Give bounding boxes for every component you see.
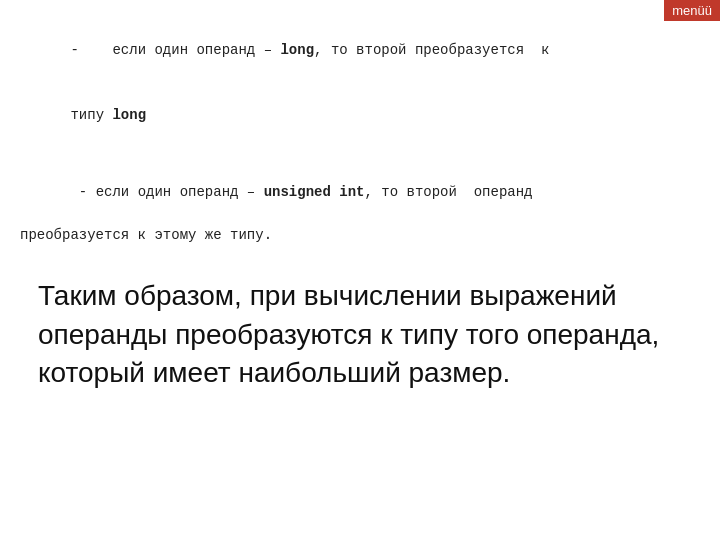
menu-button[interactable]: menüü bbox=[664, 0, 720, 21]
line1-suffix: , то второй преобразуется к bbox=[314, 42, 549, 58]
line3-kw: unsigned int bbox=[264, 184, 365, 200]
line1: - если один операнд – long, то второй пр… bbox=[20, 18, 692, 83]
content-area: - если один операнд – long, то второй пр… bbox=[0, 0, 720, 411]
main-text-content: Таким образом, при вычислении выражений … bbox=[38, 280, 659, 388]
code-block2: - если один операнд – unsigned int, то в… bbox=[20, 160, 692, 247]
line3: - если один операнд – unsigned int, то в… bbox=[20, 160, 692, 225]
menu-label: menüü bbox=[672, 3, 712, 18]
line1-prefix: - если один операнд – bbox=[70, 42, 280, 58]
line4: преобразуется к этому же типу. bbox=[20, 225, 692, 247]
line3-suffix: , то второй операнд bbox=[364, 184, 532, 200]
code-block: - если один операнд – long, то второй пр… bbox=[20, 18, 692, 148]
main-text: Таким образом, при вычислении выражений … bbox=[20, 277, 692, 393]
line2: типу long bbox=[20, 83, 692, 148]
line2-kw: long bbox=[112, 107, 146, 123]
line3-prefix: - если один операнд – bbox=[70, 184, 263, 200]
line2-prefix: типу bbox=[70, 107, 112, 123]
line1-kw: long bbox=[280, 42, 314, 58]
